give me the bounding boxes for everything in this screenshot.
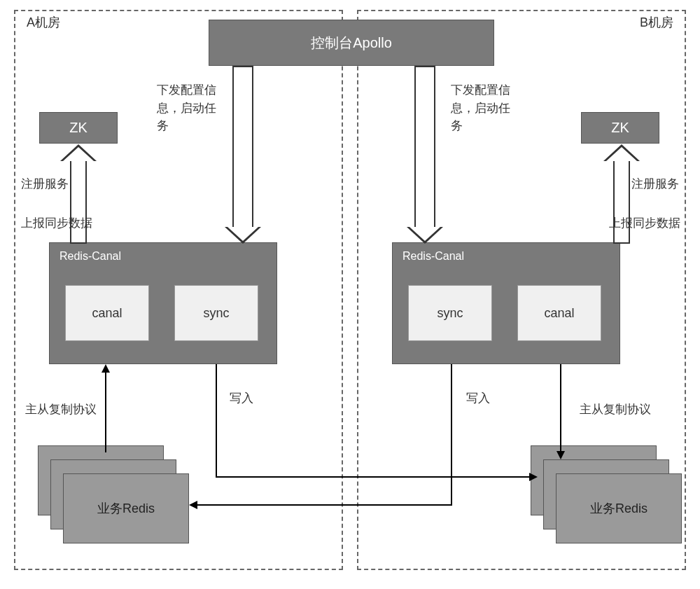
label-write-a: 写入 — [230, 389, 253, 408]
room-b-label: B机房 — [640, 14, 673, 31]
canal-b: canal — [517, 285, 601, 341]
label-master-slave-b: 主从复制协议 — [580, 401, 651, 419]
redis-canal-b-title: Redis-Canal — [393, 250, 620, 263]
redis-canal-a: Redis-Canal canal sync — [49, 242, 277, 364]
biz-redis-a-label: 业务Redis — [97, 500, 155, 517]
sync-a-label: sync — [203, 306, 229, 321]
sync-b-label: sync — [437, 306, 463, 321]
canal-a: canal — [65, 285, 149, 341]
label-master-slave-a: 主从复制协议 — [25, 401, 97, 419]
zk-b-label: ZK — [611, 120, 629, 136]
zk-a: ZK — [39, 112, 118, 144]
biz-redis-b-label: 业务Redis — [590, 500, 648, 517]
label-report-a: 上报同步数据 — [21, 214, 92, 233]
redis-canal-b: Redis-Canal sync canal — [392, 242, 620, 364]
canal-a-label: canal — [92, 306, 122, 321]
label-dispatch-a: 下发配置信息，启动任务 — [157, 81, 220, 135]
zk-b: ZK — [581, 112, 659, 144]
room-a-label: A机房 — [27, 14, 60, 31]
label-register-a: 注册服务 — [21, 175, 69, 193]
apollo-title: 控制台Apollo — [311, 34, 392, 53]
zk-a-label: ZK — [69, 120, 88, 136]
label-write-b: 写入 — [466, 389, 490, 408]
arrow-apollo-to-rc-a — [232, 66, 253, 227]
label-report-b: 上报同步数据 — [609, 214, 680, 233]
canal-b-label: canal — [544, 306, 574, 321]
sync-b: sync — [408, 285, 492, 341]
sync-a: sync — [174, 285, 258, 341]
apollo-console: 控制台Apollo — [209, 20, 494, 66]
label-dispatch-b: 下发配置信息，启动任务 — [451, 81, 514, 135]
arrow-apollo-to-rc-b — [414, 66, 435, 227]
label-register-b: 注册服务 — [631, 175, 679, 193]
redis-canal-a-title: Redis-Canal — [50, 250, 276, 263]
